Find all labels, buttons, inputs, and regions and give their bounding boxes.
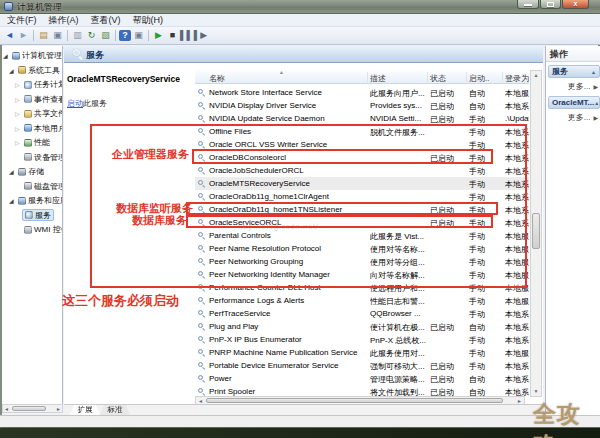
start-service-icon[interactable]: ▶ bbox=[152, 29, 165, 42]
expander-closed-icon[interactable]: ▷ bbox=[15, 110, 22, 117]
column-header-3[interactable]: 启动.. bbox=[469, 73, 489, 84]
tree-item-6[interactable]: ▷性能 bbox=[15, 136, 52, 149]
scrollbar-thumb[interactable] bbox=[206, 398, 503, 403]
service-row[interactable]: Peer Networking Identity Manager向对等名称解..… bbox=[195, 268, 529, 281]
actions-more-item[interactable]: 更多...▶ bbox=[546, 109, 600, 124]
expander-closed-icon[interactable]: ▷ bbox=[15, 139, 22, 146]
tree-item-12[interactable]: WMI 控件 bbox=[15, 223, 63, 236]
menu-item-2[interactable]: 查看(V) bbox=[85, 14, 127, 27]
tree-item-0[interactable]: ◢计算机管理(本地) bbox=[3, 49, 63, 62]
menu-item-3[interactable]: 帮助(H) bbox=[127, 14, 170, 27]
console-tree-icon[interactable]: ▣ bbox=[132, 29, 145, 42]
export-doc-icon[interactable]: ▧ bbox=[99, 29, 112, 42]
column-header-2[interactable]: 状态 bbox=[430, 73, 446, 84]
expander-closed-icon[interactable]: ▷ bbox=[15, 125, 22, 132]
console-window-icon[interactable]: ▣ bbox=[51, 29, 64, 42]
back-icon[interactable]: ◄ bbox=[3, 29, 16, 42]
service-row[interactable]: Performance Counter DLL Host使远程用户和...手动本… bbox=[195, 281, 529, 294]
close-button[interactable]: x bbox=[562, 0, 589, 9]
forward-icon[interactable]: ► bbox=[17, 29, 30, 42]
service-row[interactable]: OracleOraDb11g_home1TNSListener已启动手动本地系统 bbox=[195, 203, 529, 216]
column-header-1[interactable]: 描述 bbox=[370, 73, 386, 84]
minimize-button[interactable] bbox=[517, 0, 539, 9]
service-row[interactable]: NVIDIA Update Service DaemonNVIDIA Setti… bbox=[195, 112, 529, 125]
column-header-0[interactable]: 名称 bbox=[209, 73, 225, 84]
collapse-icon[interactable]: ▲ bbox=[591, 69, 596, 75]
tree-item-7[interactable]: 设备管理器 bbox=[15, 151, 63, 164]
actions-section-title: OracleMT... bbox=[552, 98, 594, 107]
service-row[interactable]: OracleOraDb11g_home1ClrAgent手动本地系统 bbox=[195, 190, 529, 203]
service-row[interactable]: Peer Name Resolution Protocol使用对等名称...手动… bbox=[195, 242, 529, 255]
tree-item-1[interactable]: ◢系统工具 bbox=[9, 64, 62, 77]
expander-open-icon[interactable]: ◢ bbox=[9, 168, 16, 175]
column-header-4[interactable]: 登录为 bbox=[505, 73, 529, 84]
tree-item-5[interactable]: ▷本地用户和组 bbox=[15, 122, 63, 135]
expander-open-icon[interactable]: ◢ bbox=[3, 52, 10, 59]
service-row[interactable]: Plug and Play使计算机在极...已启动自动本地系统 bbox=[195, 320, 529, 333]
actions-more-item[interactable]: 更多...▶ bbox=[546, 78, 600, 93]
service-row[interactable]: Portable Device Enumerator Service强制可移动大… bbox=[195, 359, 529, 372]
tree-item-9[interactable]: 磁盘管理 bbox=[15, 180, 63, 193]
scrollbar-thumb[interactable] bbox=[532, 213, 540, 249]
service-startup-type: 手动 bbox=[469, 283, 503, 294]
show-console-icon[interactable]: ▤ bbox=[37, 29, 50, 42]
tree-horizontal-scrollbar[interactable]: ◄ ► bbox=[2, 404, 63, 413]
service-row[interactable]: Peer Networking Grouping使用对等分组...手动本地服务 bbox=[195, 255, 529, 268]
tree-item-label: 存储 bbox=[28, 166, 44, 177]
service-description: 使计算机在极... bbox=[370, 322, 428, 333]
scroll-right-icon[interactable]: ► bbox=[55, 406, 62, 413]
expander-open-icon[interactable]: ◢ bbox=[9, 197, 16, 204]
service-row[interactable]: PnP-X IP Bus EnumeratorPnP-X 总线枚...手动本地系… bbox=[195, 333, 529, 346]
service-row[interactable]: PNRP Machine Name Publication Service此服务… bbox=[195, 346, 529, 359]
service-logon-as: 本地系统 bbox=[505, 192, 529, 203]
start-service-link[interactable]: 启动 bbox=[67, 99, 83, 108]
service-startup-type: 手动 bbox=[469, 231, 503, 242]
tree-item-label: WMI 控件 bbox=[34, 224, 63, 235]
service-row[interactable]: OracleJobSchedulerORCL手动本地系统 bbox=[195, 164, 529, 177]
service-row[interactable]: Network Store Interface Service此服务向用户...… bbox=[195, 86, 529, 99]
tree-item-3[interactable]: ▷事件查看器 bbox=[15, 93, 63, 106]
service-row[interactable]: OracleMTSRecoveryService手动本地系统 bbox=[195, 177, 529, 190]
refresh-icon[interactable]: ↻ bbox=[85, 29, 98, 42]
collapse-icon[interactable]: ▲ bbox=[594, 100, 599, 106]
service-logon-as: 本地系统 bbox=[505, 101, 529, 112]
service-row[interactable]: Performance Logs & Alerts性能日志和警...手动本地服务 bbox=[195, 294, 529, 307]
expander-closed-icon[interactable]: ▷ bbox=[15, 81, 22, 88]
export-list-icon[interactable]: ▥ bbox=[71, 29, 84, 42]
service-row[interactable]: NVIDIA Display Driver ServiceProvides sy… bbox=[195, 99, 529, 112]
expander-open-icon[interactable]: ◢ bbox=[9, 67, 16, 74]
actions-section-1[interactable]: OracleMT...▲ bbox=[548, 96, 600, 109]
service-logon-as: 本地服务 bbox=[505, 296, 529, 307]
tree-item-11[interactable]: 服务 bbox=[15, 209, 54, 222]
tab-extended[interactable]: 扩展 bbox=[70, 405, 100, 415]
tree-item-10[interactable]: ◢服务和应用程序 bbox=[9, 194, 63, 207]
title-bar[interactable]: 计算机管理 x bbox=[0, 0, 600, 14]
services-panel-title: 服务 bbox=[86, 49, 104, 62]
help-icon[interactable]: ? bbox=[119, 30, 131, 41]
tree-item-8[interactable]: ◢存储 bbox=[9, 165, 46, 178]
expander-closed-icon[interactable]: ▷ bbox=[15, 96, 22, 103]
menu-item-0[interactable]: 文件(F) bbox=[1, 14, 43, 27]
service-row[interactable]: PerfTraceServiceQQBrowser ...手动本地系统 bbox=[195, 307, 529, 320]
menu-item-1[interactable]: 操作(A) bbox=[43, 14, 85, 27]
service-row[interactable]: Power管理电源策略...已启动自动本地系统 bbox=[195, 372, 529, 385]
tab-standard[interactable]: 标准 bbox=[100, 405, 130, 415]
service-startup-type: 手动 bbox=[469, 153, 503, 164]
service-row[interactable]: Offline Files脱机文件服务...手动本地系统 bbox=[195, 125, 529, 138]
tree-item-2[interactable]: ▷任务计划程序 bbox=[15, 78, 63, 91]
service-name: Peer Networking Grouping bbox=[209, 257, 367, 266]
scrollbar-thumb[interactable] bbox=[12, 406, 46, 411]
scroll-left-icon[interactable]: ◄ bbox=[3, 406, 10, 413]
actions-section-0[interactable]: 服务▲ bbox=[548, 65, 600, 78]
scroll-down-icon[interactable]: ▼ bbox=[531, 388, 541, 395]
tree-item-4[interactable]: ▷共享文件夹 bbox=[15, 107, 63, 120]
service-row[interactable]: OracleDBConsoleorcl已启动手动本地系统 bbox=[195, 151, 529, 164]
scroll-up-icon[interactable]: ▲ bbox=[531, 72, 541, 79]
stop-service-icon[interactable]: ■ bbox=[166, 29, 179, 42]
service-row[interactable]: Oracle ORCL VSS Writer Service手动本地系统 bbox=[195, 138, 529, 151]
pause-service-icon[interactable]: ▌▌ bbox=[180, 29, 193, 42]
list-vertical-scrollbar[interactable]: ▲ ▼ bbox=[530, 70, 542, 397]
maximize-button[interactable] bbox=[540, 0, 561, 9]
restart-service-icon[interactable]: ▌▶ bbox=[194, 29, 207, 42]
service-gear-icon bbox=[198, 245, 203, 250]
